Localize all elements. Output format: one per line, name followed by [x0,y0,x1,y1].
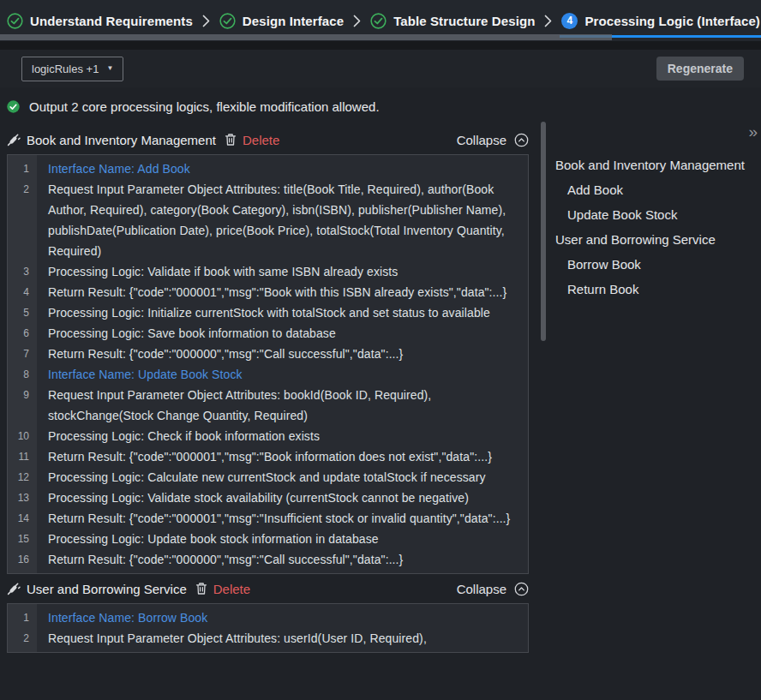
line-number: 11 [8,446,37,467]
section-title: Book and Inventory Management [27,133,216,147]
line-number: 2 [8,179,37,261]
content-scrollbar-thumb[interactable] [541,122,546,341]
success-check-icon [7,100,20,113]
step-label: Processing Logic (Interface) [584,14,760,28]
collapse-button[interactable]: Collapse [457,133,506,147]
code-line-text[interactable]: Processing Logic: Validate stock availab… [37,488,528,508]
code-line: 4Return Result: {"code":"000001","msg":"… [8,282,528,302]
step-done-check-icon [219,13,236,29]
line-number: 12 [8,467,37,488]
step-item[interactable]: Table Structure Design [370,13,535,29]
code-line-text[interactable]: Return Result: {"code":"000001","msg":"I… [37,508,528,529]
code-line-text[interactable]: Interface Name: Borrow Book [37,607,528,628]
code-line-text[interactable]: Return Result: {"code":"000000","msg":"C… [37,344,528,364]
outline-item[interactable]: Return Book [554,277,759,302]
regenerate-button[interactable]: Regenerate [656,57,744,81]
line-number: 2 [8,628,37,649]
delete-button[interactable]: Delete [213,582,250,596]
double-chevron-right-icon[interactable]: » [748,123,758,140]
code-line-text[interactable]: Request Input Parameter Object Attribute… [37,628,528,649]
step-done-check-icon [7,13,23,29]
code-line-text[interactable]: Processing Logic: Update book stock info… [37,529,528,549]
line-number: 5 [8,302,37,323]
stepper-horizontal-scrollbar[interactable] [0,34,612,40]
code-block: 1Interface Name: Add Book2Request Input … [7,154,529,574]
api-plug-icon [7,133,21,147]
code-line-text[interactable]: Return Result: {"code":"000001","msg":"B… [37,282,528,302]
step-separator-chevron-icon [202,15,210,27]
step-label: Table Structure Design [393,14,535,28]
status-message: Output 2 core processing logics, flexibl… [29,99,380,114]
outline-item[interactable]: User and Borrowing Service [554,227,759,252]
code-line-text[interactable]: Return Result: {"code":"000000","msg":"C… [37,549,528,570]
api-plug-icon [7,582,21,595]
outline-sidebar: » Book and Inventory ManagementAdd BookU… [554,120,759,302]
line-number: 16 [8,549,37,570]
logic-rules-dropdown-label: logicRules +1 [32,63,99,75]
line-number: 6 [8,323,37,344]
step-label: Design Interface [243,14,344,28]
outline-list: Book and Inventory ManagementAdd BookUpd… [554,153,759,302]
caret-down-icon: ▼ [106,65,113,72]
status-icon-slot [7,100,20,113]
step-number-badge: 4 [561,13,578,29]
code-line-text[interactable]: Request Input Parameter Object Attribute… [37,385,528,426]
code-line: 13Processing Logic: Validate stock avail… [8,488,528,508]
code-line: 12Processing Logic: Calculate new curren… [8,467,528,488]
line-number: 13 [8,488,37,508]
step-separator-chevron-icon [353,15,361,27]
chevron-up-circle-icon[interactable] [514,133,529,147]
line-number: 14 [8,508,37,529]
step-label: Understand Requirements [30,14,193,28]
code-line: 1Interface Name: Add Book [8,159,528,179]
collapse-button[interactable]: Collapse [457,582,506,596]
line-number: 3 [8,261,37,282]
code-line: 2Request Input Parameter Object Attribut… [8,628,528,649]
code-line: 15Processing Logic: Update book stock in… [8,529,528,549]
outline-item[interactable]: Update Book Stock [554,202,759,227]
code-line: 9Request Input Parameter Object Attribut… [8,385,528,426]
line-number: 7 [8,344,37,364]
stepper: Understand Requirements Design Interface… [0,0,761,41]
code-line-text[interactable]: Interface Name: Add Book [37,159,528,179]
code-line-text[interactable]: Interface Name: Update Book Stock [37,364,528,385]
code-line: 3Processing Logic: Validate if book with… [8,261,528,282]
code-line-text[interactable]: Request Input Parameter Object Attribute… [37,179,528,261]
code-line-text[interactable]: Processing Logic: Calculate new currentS… [37,467,528,488]
code-line: 7Return Result: {"code":"000000","msg":"… [8,344,528,364]
line-number: 10 [8,426,37,446]
code-line: 1Interface Name: Borrow Book [8,607,528,628]
line-number: 1 [8,607,37,628]
code-line-text[interactable]: Return Result: {"code":"000001","msg":"B… [37,446,528,467]
code-block: 1Interface Name: Borrow Book2Request Inp… [7,603,529,653]
step-done-check-icon [370,13,386,29]
step-item[interactable]: Understand Requirements [7,13,193,29]
line-number: 4 [8,282,37,302]
code-line: 2Request Input Parameter Object Attribut… [8,179,528,261]
outline-item[interactable]: Add Book [554,177,759,202]
toolbar: logicRules +1 ▼ Regenerate [0,50,761,87]
line-number: 15 [8,529,37,549]
logic-rules-dropdown[interactable]: logicRules +1 ▼ [21,57,123,81]
code-line-text[interactable]: Processing Logic: Check if book informat… [37,426,528,446]
step-item[interactable]: 4Processing Logic (Interface) [561,13,760,29]
code-line: 6Processing Logic: Save book information… [8,323,528,344]
line-number: 1 [8,159,37,179]
code-line: 11Return Result: {"code":"000001","msg":… [8,446,528,467]
trash-icon[interactable] [195,582,207,595]
code-line: 14Return Result: {"code":"000001","msg":… [8,508,528,529]
outline-item[interactable]: Book and Inventory Management [554,153,759,177]
trash-icon[interactable] [225,133,237,147]
code-line-text[interactable]: Processing Logic: Validate if book with … [37,261,528,282]
code-line-text[interactable]: Processing Logic: Save book information … [37,323,528,344]
code-line: 16Return Result: {"code":"000000","msg":… [8,549,528,570]
section-title: User and Borrowing Service [27,582,187,596]
outline-item[interactable]: Borrow Book [554,252,759,277]
delete-button[interactable]: Delete [243,133,279,147]
code-line: 8Interface Name: Update Book Stock [8,364,528,385]
section-header: Book and Inventory Management DeleteColl… [7,125,529,154]
code-line-text[interactable]: Processing Logic: Initialize currentStoc… [37,302,528,323]
chevron-up-circle-icon[interactable] [514,582,529,596]
code-line: 10Processing Logic: Check if book inform… [8,426,528,446]
step-item[interactable]: Design Interface [219,13,344,29]
